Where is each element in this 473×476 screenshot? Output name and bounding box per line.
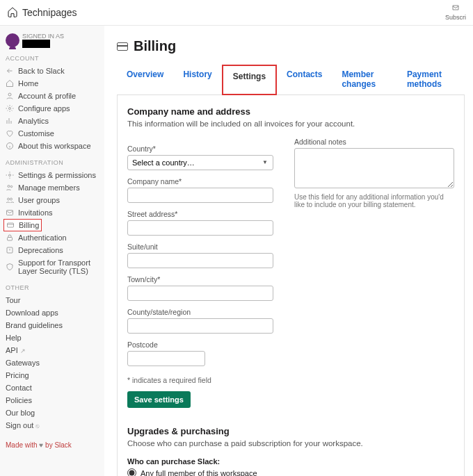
sidebar-back-to-slack[interactable]: Back to Slack <box>6 65 104 77</box>
notes-textarea[interactable] <box>294 148 454 188</box>
signed-in-label: SIGNED IN AS <box>22 33 64 40</box>
info-icon <box>6 142 14 150</box>
user-icon <box>6 92 14 100</box>
town-input[interactable] <box>127 286 273 301</box>
sidebar-tour[interactable]: Tour <box>6 294 104 306</box>
sidebar-contact[interactable]: Contact <box>6 381 104 394</box>
external-link-icon: ↗ <box>20 347 26 354</box>
sidebar-gateways[interactable]: Gateways <box>6 356 104 369</box>
svg-point-0 <box>8 93 11 96</box>
tab-member-changes[interactable]: Member changes <box>332 64 397 95</box>
analytics-icon <box>6 117 14 125</box>
town-label: Town/city* <box>127 275 280 284</box>
sidebar-brand-guidelines[interactable]: Brand guidelines <box>6 319 104 331</box>
radio-any-member[interactable]: Any full member of this workspace <box>127 468 454 476</box>
sidebar-analytics[interactable]: Analytics <box>6 115 104 127</box>
tabs: Overview History Settings Contacts Membe… <box>117 64 465 95</box>
sidebar-download-apps[interactable]: Download apps <box>6 306 104 319</box>
suite-label: Suite/unit <box>127 243 280 251</box>
page-title: Billing <box>134 38 176 54</box>
sidebar-deprecations[interactable]: Deprecations <box>6 244 104 256</box>
sidebar-user-groups[interactable]: User groups <box>6 194 104 206</box>
mail-icon <box>6 208 14 217</box>
heart-icon: ♥ <box>39 441 43 449</box>
sidebar-authentication[interactable]: Authentication <box>6 231 104 244</box>
sidebar-billing[interactable]: Billing <box>3 219 42 231</box>
sidebar-sign-out[interactable]: Sign out ⎋ <box>6 419 104 432</box>
tab-settings[interactable]: Settings <box>222 65 277 95</box>
warning-icon <box>6 246 14 254</box>
tab-contacts[interactable]: Contacts <box>277 64 332 95</box>
sidebar-about-workspace[interactable]: About this workspace <box>6 140 104 152</box>
svg-point-1 <box>9 108 11 110</box>
svg-rect-8 <box>7 211 13 215</box>
tab-payment-methods[interactable]: Payment methods <box>397 64 465 95</box>
shield-icon <box>6 263 14 271</box>
group-icon <box>6 196 14 204</box>
notes-label: Additional notes <box>294 138 454 146</box>
svg-point-4 <box>8 186 10 188</box>
card-icon <box>117 42 128 51</box>
suite-input[interactable] <box>127 253 273 268</box>
sidebar-configure-apps[interactable]: Configure apps <box>6 102 104 115</box>
svg-point-6 <box>8 198 10 200</box>
administration-heading: ADMINISTRATION <box>6 159 104 166</box>
settings-panel: Company name and address This informatio… <box>117 95 465 476</box>
home-icon[interactable] <box>7 6 18 19</box>
sidebar-manage-members[interactable]: Manage members <box>6 181 104 194</box>
account-heading: ACCOUNT <box>6 55 104 62</box>
country-select[interactable]: Select a country… <box>127 155 273 170</box>
sidebar-customise[interactable]: Customise <box>6 127 104 140</box>
sidebar: SIGNED IN AS ACCOUNT Back to Slack Home … <box>0 26 104 476</box>
main-content: Billing Overview History Settings Contac… <box>104 26 473 476</box>
notes-hint: Use this field for any additional inform… <box>294 193 454 208</box>
street-input[interactable] <box>127 220 273 236</box>
sidebar-help[interactable]: Help <box>6 331 104 344</box>
topbar: Technipages Subscri <box>0 0 473 26</box>
sidebar-invitations[interactable]: Invitations <box>6 206 104 219</box>
arrow-left-icon <box>6 67 14 75</box>
company-input[interactable] <box>127 188 273 203</box>
who-label: Who can purchase Slack: <box>127 457 454 466</box>
signed-in-block: SIGNED IN AS <box>6 33 104 48</box>
sidebar-settings-permissions[interactable]: Settings & permissions <box>6 169 104 181</box>
company-section-sub: This information will be included on all… <box>127 120 454 128</box>
svg-point-7 <box>10 198 13 200</box>
sidebar-home[interactable]: Home <box>6 77 104 90</box>
country-label: Country* <box>127 145 280 153</box>
post-label: Postcode <box>127 340 280 349</box>
sidebar-our-blog[interactable]: Our blog <box>6 407 104 419</box>
street-label: Street address* <box>127 210 280 218</box>
sidebar-account-profile[interactable]: Account & profile <box>6 90 104 102</box>
svg-rect-9 <box>8 223 14 227</box>
county-input[interactable] <box>127 318 273 334</box>
sidebar-api[interactable]: API ↗ <box>6 344 104 356</box>
card-icon <box>6 221 15 229</box>
subscribe-link[interactable]: Subscri <box>445 4 466 21</box>
company-label: Company name* <box>127 177 280 186</box>
county-label: County/state/region <box>127 308 280 316</box>
users-icon <box>6 183 14 192</box>
required-note: * indicates a required field <box>127 376 280 384</box>
other-heading: OTHER <box>6 284 104 291</box>
tab-history[interactable]: History <box>173 64 221 95</box>
svg-rect-10 <box>8 238 13 241</box>
avatar-icon <box>6 33 19 47</box>
gear-icon <box>6 171 14 179</box>
username-redacted <box>22 40 50 48</box>
sidebar-pricing[interactable]: Pricing <box>6 369 104 381</box>
sidebar-tls-support[interactable]: Support for Transport Layer Security (TL… <box>6 256 104 277</box>
tab-overview[interactable]: Overview <box>117 64 173 95</box>
company-section-heading: Company name and address <box>127 106 454 117</box>
post-input[interactable] <box>127 351 205 366</box>
sidebar-policies[interactable]: Policies <box>6 394 104 407</box>
upgrades-heading: Upgrades & purchasing <box>127 426 454 436</box>
save-settings-button[interactable]: Save settings <box>127 391 191 408</box>
made-with-love: Made with ♥ by Slack <box>6 441 104 449</box>
gear-icon <box>6 104 14 113</box>
signout-icon: ⎋ <box>35 422 39 429</box>
svg-point-3 <box>9 174 11 177</box>
radio-any-member-input[interactable] <box>127 468 136 476</box>
brand-name: Technipages <box>22 7 77 18</box>
home-icon <box>6 79 14 88</box>
